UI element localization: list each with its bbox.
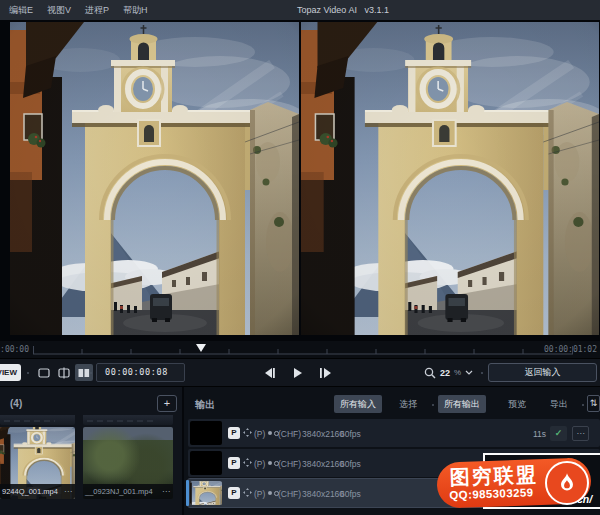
menu-view[interactable]: 视图V (47, 4, 71, 17)
complete-check-button[interactable]: ✓ (550, 426, 567, 441)
app-title: Topaz Video AI v3.1.1 (297, 0, 389, 20)
encoder-label: (CHF) (278, 489, 301, 499)
passes-icon (268, 461, 279, 466)
back-to-input-button[interactable]: 返回输入 (488, 363, 597, 382)
zoom-value: 22 (440, 368, 450, 378)
video-filename: __0923NJ_001.mp4 (83, 487, 162, 496)
preview-original-image[interactable] (10, 22, 299, 335)
upscale-icon (243, 458, 252, 467)
thumbnail-partial[interactable] (0, 415, 75, 425)
output-thumbnail (190, 451, 222, 475)
split-view-icon (58, 367, 70, 379)
next-frame-button[interactable] (316, 365, 334, 380)
playback-controls (260, 365, 334, 380)
thumbnail-partial[interactable] (83, 415, 173, 425)
model-label: (P) (254, 459, 265, 469)
watermark-qq-label: QQ:985303259 (449, 486, 533, 501)
output-panel-title: 输出 (195, 398, 215, 412)
separator-dot (90, 372, 92, 374)
separator-dot (481, 372, 483, 374)
resolution-label: 3840x2160 (302, 489, 344, 499)
output-thumbnail (190, 481, 222, 505)
add-video-button[interactable]: + (157, 395, 177, 412)
preview-area (0, 20, 600, 341)
sort-button[interactable]: ⇅ (587, 395, 600, 412)
timeline-start-timecode: 00:00:00:00 (0, 345, 29, 354)
play-button[interactable] (288, 365, 306, 380)
transport-bar: VIEW 00:00:00:08 (0, 358, 600, 386)
status-badge: P (228, 427, 240, 439)
menu-help[interactable]: 帮助H (123, 4, 148, 17)
more-options-icon[interactable]: ⋯ (64, 487, 75, 496)
status-badge: P (228, 457, 240, 469)
upscale-icon (243, 488, 252, 497)
resolution-label: 3840x2160 (302, 459, 344, 469)
chevron-down-icon (465, 370, 473, 375)
upscale-icon (243, 428, 252, 437)
input-count-label: (4) (10, 398, 22, 409)
output-row[interactable]: P (P) (CHF) 3840x2160 60fps 11s ✓ ⋯ (188, 419, 600, 447)
model-label: (P) (254, 429, 265, 439)
filter-all-outputs-button[interactable]: 所有输出 (438, 395, 486, 413)
status-badge: P (228, 487, 240, 499)
menu-process[interactable]: 进程P (85, 4, 109, 17)
resolution-label: 3840x2160 (302, 429, 344, 439)
previous-frame-button[interactable] (260, 365, 278, 380)
video-filename: 9244Q_001.mp4 (0, 487, 64, 496)
row-menu-button[interactable]: ⋯ (572, 426, 589, 441)
split-view-button[interactable] (55, 364, 73, 381)
menu-bar: 编辑E 视图V 进程P 帮助H Topaz Video AI v3.1.1 (0, 0, 600, 20)
view-mode-group (35, 364, 93, 381)
separator-dot (27, 372, 29, 374)
single-view-button[interactable] (35, 364, 53, 381)
play-icon (290, 367, 304, 379)
more-options-icon[interactable]: ⋯ (162, 487, 173, 496)
encoder-label: (CHF) (278, 459, 301, 469)
timeline-ruler[interactable] (33, 343, 573, 357)
encoder-label: (CHF) (278, 429, 301, 439)
side-by-side-icon (78, 368, 90, 378)
magnifier-icon (424, 367, 436, 379)
topaz-video-ai-window: 编辑E 视图V 进程P 帮助H Topaz Video AI v3.1.1 00… (0, 0, 600, 515)
zoom-level-control[interactable]: 22 % (424, 364, 473, 381)
previous-frame-icon (262, 367, 276, 379)
passes-icon (268, 491, 279, 496)
thumbnail-label-bar: 9244Q_001.mp4 ⋯ (0, 484, 75, 499)
framerate-label: 60fps (340, 489, 361, 499)
arch-thumbnail-image (190, 481, 222, 505)
single-view-icon (38, 368, 50, 378)
separator-dot (432, 404, 434, 406)
filter-all-inputs-button[interactable]: 所有输入 (334, 395, 382, 413)
filter-export-button[interactable]: 导出 (540, 395, 578, 413)
timecode-field[interactable]: 00:00:00:08 (96, 363, 185, 382)
view-button[interactable]: VIEW (0, 364, 21, 381)
framerate-label: 60fps (340, 459, 361, 469)
flame-icon (554, 470, 580, 496)
thumbnail-label-bar: __0923NJ_001.mp4 ⋯ (83, 484, 173, 499)
framerate-label: 60fps (340, 429, 361, 439)
timeline-bar: 00:00:00:00 00:00:01:02 (0, 341, 600, 358)
input-panel: (4) + 9244Q_001.mp4 ⋯ __0923NJ_001.mp4 ⋯ (0, 387, 184, 515)
filter-preview-button[interactable]: 预览 (496, 395, 538, 413)
playhead-marker[interactable] (196, 344, 206, 352)
passes-icon (268, 431, 279, 436)
filter-select-button[interactable]: 选择 (388, 395, 428, 413)
timeline-end-timecode: 00:00:01:02 (544, 345, 597, 354)
menu-edit[interactable]: 编辑E (9, 4, 33, 17)
output-thumbnail (190, 421, 222, 445)
input-video-thumbnail[interactable]: 9244Q_001.mp4 ⋯ (0, 427, 75, 499)
preview-enhanced-image[interactable] (301, 22, 599, 335)
model-label: (P) (254, 489, 265, 499)
watermark-logo (545, 461, 589, 505)
separator-dot (582, 404, 584, 406)
next-frame-icon (318, 367, 332, 379)
zoom-unit: % (454, 368, 461, 377)
input-video-thumbnail[interactable]: __0923NJ_001.mp4 ⋯ (83, 427, 173, 499)
duration-label: 11s (520, 429, 546, 439)
